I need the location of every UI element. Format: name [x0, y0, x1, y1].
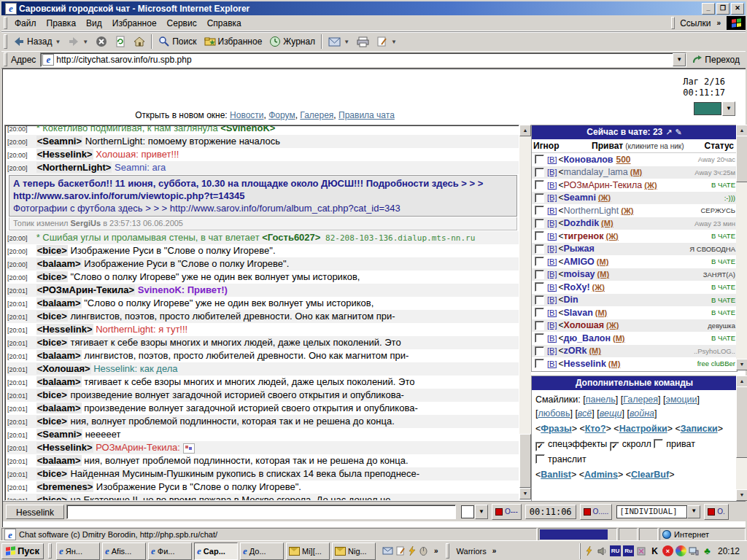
settings-checkbox[interactable]: ✓ [610, 442, 619, 451]
gender-link[interactable]: (М) [630, 168, 643, 176]
minimize-button[interactable]: _ [702, 3, 715, 15]
address-input[interactable]: e http://citychat.sarov.info/ru.spb.php … [40, 52, 686, 67]
userlist-scrollbar[interactable]: ▲ ▼ [736, 125, 747, 370]
lightning-tray-icon[interactable] [584, 545, 595, 556]
ignore-checkbox[interactable] [535, 168, 544, 177]
message-nick[interactable]: <bremenes> [36, 481, 94, 492]
timer-button[interactable]: 00:11:06 [525, 505, 576, 519]
nick-button[interactable]: Hesselink [6, 505, 64, 519]
red-indicator-button-2[interactable]: О..... [580, 504, 613, 520]
taskbar-window-button[interactable]: eДо... [240, 542, 284, 560]
message-nick[interactable]: <bice> [36, 494, 68, 501]
user-nick[interactable]: AMIGO [563, 257, 594, 267]
open-link[interactable]: Форум [268, 110, 295, 120]
gender-link[interactable]: (М) [589, 346, 601, 355]
privat-b-link[interactable]: [В] [547, 295, 557, 304]
smiley-link[interactable]: война [630, 408, 654, 419]
language-indicator-icon[interactable]: RU [610, 545, 621, 556]
action-nick[interactable]: <SvinenoK> [220, 125, 275, 133]
gender-link[interactable]: (М) [608, 359, 621, 368]
gender-link[interactable]: (Ж) [644, 181, 657, 190]
message-nick[interactable]: <bice> [36, 311, 68, 322]
message-nick[interactable]: <Hesselink> [36, 149, 93, 160]
taskbar-grip2[interactable] [446, 543, 449, 559]
quick-launch-chevron-icon[interactable]: » [431, 547, 441, 555]
network-tray-icon[interactable] [689, 545, 700, 556]
gender-link[interactable]: (Ж) [621, 206, 633, 215]
smiley-link[interactable]: Галерея [623, 394, 658, 405]
menu-item[interactable]: Файл [9, 17, 42, 30]
user-nick[interactable]: Hesselink [563, 359, 605, 369]
chat-scroll-thumb[interactable] [519, 434, 531, 488]
message-nick[interactable]: <balaam> [36, 376, 82, 387]
toolbar-grip[interactable] [4, 17, 7, 29]
scroll-up-icon[interactable]: ▲ [519, 125, 531, 136]
stop-button[interactable] [92, 34, 111, 49]
menu-item[interactable]: Правка [42, 17, 82, 30]
gender-link[interactable]: (М) [597, 257, 609, 266]
admin-link[interactable]: ClearBuf [631, 470, 669, 480]
taskbar-window-button[interactable]: Nig... [332, 542, 376, 560]
user-nick[interactable]: Din [563, 295, 578, 305]
message-nick[interactable]: <balaam> [36, 455, 82, 466]
ignore-checkbox[interactable] [535, 308, 544, 317]
warriors-chevron-icon[interactable]: » [489, 547, 500, 555]
back-button[interactable]: Назад▼ [9, 34, 64, 49]
ignore-checkbox[interactable] [535, 295, 544, 305]
settings-checkbox[interactable] [535, 454, 545, 464]
gender-link[interactable]: (М) [613, 334, 625, 343]
gender-link[interactable]: (М) [595, 308, 608, 317]
command-link[interactable]: Настройки [619, 424, 667, 434]
message-nick[interactable]: <bice> [36, 389, 68, 400]
mini-select[interactable]: ▼ [460, 505, 488, 519]
mini-select-arrow-icon[interactable]: ▼ [475, 505, 488, 519]
ignore-checkbox[interactable] [535, 359, 544, 368]
settings-checkbox[interactable]: ✓ [535, 442, 545, 451]
user-nick[interactable]: Slavan [563, 308, 592, 318]
share-icon[interactable]: ↗ [662, 128, 672, 136]
color-select[interactable]: ▼ [693, 101, 735, 116]
color-ball-tray-icon[interactable] [676, 545, 686, 556]
user-nick[interactable]: РОЗмАрин-Текила [563, 180, 642, 190]
message-nick[interactable]: <bice> [36, 416, 68, 427]
privat-b-link[interactable]: [В] [547, 257, 557, 266]
taskbar-window-button[interactable]: Mi][... [286, 542, 330, 560]
smiley-link[interactable]: всё [578, 408, 592, 419]
print-button[interactable] [353, 35, 373, 49]
message-nick[interactable]: <bice> [36, 468, 68, 479]
scroll-down-icon[interactable]: ▼ [736, 489, 747, 501]
privat-b-link[interactable]: [В] [547, 219, 557, 228]
gender-link[interactable]: (М) [601, 219, 614, 228]
home-button[interactable] [130, 34, 149, 49]
tool-tray-icon[interactable] [636, 545, 647, 556]
menu-item[interactable]: Вид [81, 17, 107, 30]
admin-link[interactable]: Admins [584, 470, 618, 480]
ignore-checkbox[interactable] [535, 219, 544, 228]
ignore-checkbox[interactable] [535, 346, 544, 356]
user-nick[interactable]: mandalay_lama [563, 167, 627, 177]
user-nick[interactable]: Seamni [563, 192, 595, 203]
user-nick[interactable]: NorthernLight [563, 206, 619, 216]
privat-b-link[interactable]: [В] [547, 193, 557, 202]
smiley-link[interactable]: любовь [538, 408, 570, 419]
language-indicator-icon[interactable]: Ru [623, 545, 634, 556]
privat-b-link[interactable]: [В] [547, 168, 557, 176]
red-indicator-button-1[interactable]: О--- [492, 504, 522, 520]
menu-item[interactable]: Сервис [162, 17, 202, 30]
commands-scroll-thumb[interactable] [736, 386, 747, 458]
commands-scrollbar[interactable]: ▲ ▼ [736, 376, 747, 501]
command-link[interactable]: Кто? [585, 424, 606, 434]
taskbar-window-button[interactable]: eСар... [194, 542, 238, 560]
ignore-checkbox[interactable] [535, 282, 544, 292]
open-link[interactable]: Галерея [300, 110, 333, 120]
refresh-button[interactable] [111, 34, 130, 49]
command-link[interactable]: Фразы [541, 424, 571, 434]
scroll-down-icon[interactable]: ▼ [736, 359, 747, 370]
user-nick[interactable]: moisay [563, 269, 595, 279]
menu-item[interactable]: Избранное [107, 17, 162, 30]
taskbar-window-button[interactable]: eФи... [148, 542, 192, 560]
message-nick[interactable]: <balaam> [36, 258, 82, 269]
links-chevron-icon[interactable]: » [713, 19, 724, 27]
clover-tray-icon[interactable]: ♣ [702, 545, 713, 556]
alert-tray-icon[interactable]: × [662, 545, 673, 556]
